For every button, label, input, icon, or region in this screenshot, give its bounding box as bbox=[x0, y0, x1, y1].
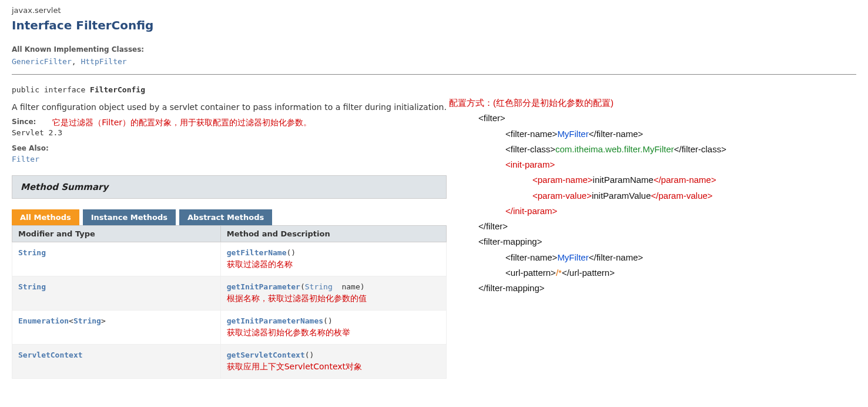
return-type[interactable]: Enumeration bbox=[18, 316, 69, 325]
since-value: Servlet 2.3 bbox=[12, 128, 856, 137]
known-implementing-label: All Known Implementing Classes: bbox=[12, 45, 856, 54]
tab-abstract-methods[interactable]: Abstract Methods bbox=[179, 209, 272, 225]
table-row: Enumeration<String> getInitParameterName… bbox=[12, 311, 447, 345]
return-type[interactable]: ServletContext bbox=[18, 351, 83, 359]
method-link[interactable]: getInitParameter bbox=[227, 282, 300, 291]
method-link[interactable]: getServletContext bbox=[227, 351, 305, 359]
method-tabs: All Methods Instance Methods Abstract Me… bbox=[12, 209, 447, 225]
return-type[interactable]: String bbox=[18, 282, 46, 291]
table-row: String getFilterName() 获取过滤器的名称 bbox=[12, 242, 447, 276]
table-row: String getInitParameter(String name) 根据名… bbox=[12, 276, 447, 311]
col-header-type: Modifier and Type bbox=[12, 226, 221, 242]
javadoc-page: javax.servlet Interface FilterConfig All… bbox=[0, 0, 868, 391]
interface-signature: public interface FilterConfig bbox=[12, 85, 856, 94]
known-class-link[interactable]: HttpFilter bbox=[81, 57, 126, 66]
interface-description: A filter configuration object used by a … bbox=[12, 102, 856, 112]
config-title: 配置方式：(红色部分是初始化参数的配置) bbox=[449, 95, 726, 111]
section-divider bbox=[12, 74, 856, 75]
since-label: Since: bbox=[12, 118, 36, 126]
table-row: ServletContext getServletContext() 获取应用上… bbox=[12, 345, 447, 379]
method-link[interactable]: getInitParameterNames bbox=[227, 316, 323, 325]
param-type-link[interactable]: String bbox=[305, 282, 333, 291]
col-header-method: Method and Description bbox=[220, 226, 446, 242]
interface-title: Interface FilterConfig bbox=[12, 18, 856, 32]
tab-all-methods[interactable]: All Methods bbox=[12, 209, 79, 225]
since-row: Since: 它是过滤器（Filter）的配置对象，用于获取配置的过滤器初始化参… bbox=[12, 118, 856, 128]
method-annotation: 根据名称，获取过滤器初始化参数的值 bbox=[227, 293, 440, 304]
known-implementing-list: GenericFilter, HttpFilter bbox=[12, 57, 856, 66]
method-summary-header: Method Summary bbox=[12, 175, 447, 199]
return-type[interactable]: String bbox=[18, 248, 46, 257]
config-xml-annotation: 配置方式：(红色部分是初始化参数的配置) <filter> <filter-na… bbox=[449, 95, 726, 296]
package-name: javax.servlet bbox=[12, 6, 856, 15]
tab-instance-methods[interactable]: Instance Methods bbox=[83, 209, 176, 225]
method-summary: Method Summary All Methods Instance Meth… bbox=[12, 175, 447, 379]
seealso-link[interactable]: Filter bbox=[12, 155, 856, 164]
known-class-link[interactable]: GenericFilter bbox=[12, 57, 72, 66]
method-link[interactable]: getFilterName bbox=[227, 248, 287, 257]
method-annotation: 获取过滤器的名称 bbox=[227, 259, 440, 270]
method-annotation: 获取过滤器初始化参数名称的枚举 bbox=[227, 328, 440, 338]
method-annotation: 获取应用上下文ServletContext对象 bbox=[227, 362, 440, 372]
return-type[interactable]: String bbox=[73, 316, 101, 325]
annotation-intro: 它是过滤器（Filter）的配置对象，用于获取配置的过滤器初始化参数。 bbox=[52, 118, 311, 128]
method-table: Modifier and Type Method and Description… bbox=[12, 225, 447, 379]
